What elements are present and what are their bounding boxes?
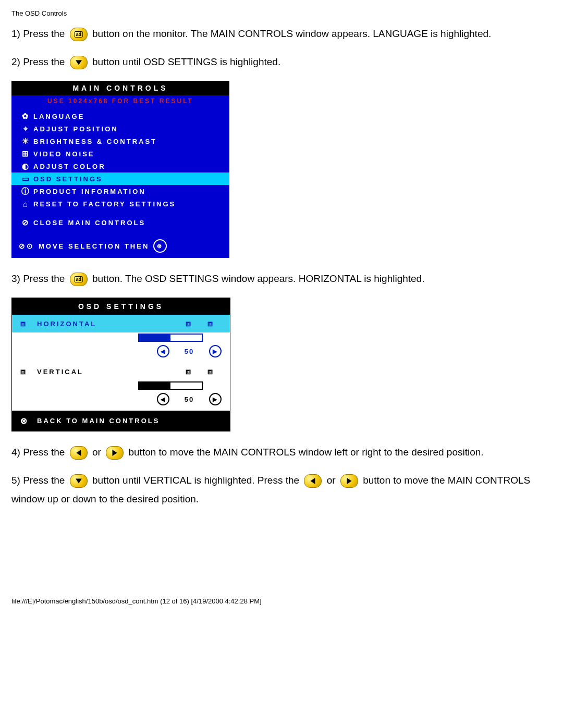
step-2-text-a: 2) Press the xyxy=(11,56,68,67)
horizontal-slider[interactable] xyxy=(138,334,203,342)
decrease-icon[interactable]: ◀ xyxy=(157,345,169,357)
step-5-text-a: 5) Press the xyxy=(11,475,68,486)
vertical-icon: ⧈ xyxy=(20,367,37,376)
horizontal-value: 50 xyxy=(177,348,202,355)
main-controls-title: MAIN CONTROLS xyxy=(11,81,229,95)
step-5-text-b: button until VERTICAL is highlighted. Pr… xyxy=(92,475,302,486)
menu-item-language[interactable]: ✿ LANGUAGE xyxy=(11,110,229,122)
main-controls-panel: MAIN CONTROLS USE 1024x768 FOR BEST RESU… xyxy=(11,81,229,258)
osd-settings-title: OSD SETTINGS xyxy=(12,298,230,315)
step-3: 3) Press the button. The OSD SETTINGS wi… xyxy=(11,269,552,288)
down-button-icon xyxy=(70,56,88,69)
step-1-text-b: button on the monitor. The MAIN CONTROLS… xyxy=(92,28,491,39)
hpos-left-icon: ⧈ xyxy=(178,319,200,328)
menu-item-adjust-position[interactable]: ⌖ ADJUST POSITION xyxy=(11,122,229,135)
osd-row-horizontal[interactable]: ⧈ HORIZONTAL ⧈ ⧈ xyxy=(12,315,230,332)
step-5-text-c: or xyxy=(327,475,338,486)
menu-item-osd-settings[interactable]: ▭ OSD SETTINGS xyxy=(11,172,229,185)
menu-item-label: OSD SETTINGS xyxy=(33,175,224,183)
left-button-icon xyxy=(70,446,88,460)
step-2: 2) Press the button until OSD SETTINGS i… xyxy=(11,53,552,71)
page-header: The OSD Controls xyxy=(11,9,552,17)
info-icon: ⓘ xyxy=(19,187,33,196)
step-4-text-a: 4) Press the xyxy=(11,447,68,458)
increase-icon[interactable]: ▶ xyxy=(209,393,222,405)
ok-button-icon xyxy=(70,273,88,286)
vertical-label: VERTICAL xyxy=(37,368,178,376)
position-icon: ⌖ xyxy=(19,124,33,133)
horizontal-label: HORIZONTAL xyxy=(37,320,178,328)
vertical-value: 50 xyxy=(177,396,202,403)
page-footer: file:///E|/Potomac/english/150b/osd/osd_… xyxy=(11,597,552,605)
color-icon: ◐ xyxy=(19,162,33,171)
right-button-icon xyxy=(106,446,124,460)
back-label: BACK TO MAIN CONTROLS xyxy=(37,417,160,425)
osd-settings-panel: OSD SETTINGS ⧈ HORIZONTAL ⧈ ⧈ ◀ 50 ▶ ⧈ V… xyxy=(11,298,230,431)
step-4-text-b: or xyxy=(92,447,104,458)
right-button-icon xyxy=(340,474,358,488)
reset-icon: ⌂ xyxy=(19,200,33,208)
decrease-icon[interactable]: ◀ xyxy=(157,393,169,405)
move-selection-bar: ⊘⊙ MOVE SELECTION THEN ⊛ xyxy=(11,235,229,258)
language-icon: ✿ xyxy=(19,112,33,121)
step-3-text-a: 3) Press the xyxy=(11,273,68,284)
menu-item-label: ADJUST COLOR xyxy=(33,163,224,170)
menu-item-label: BRIGHTNESS & CONTRAST xyxy=(33,138,224,145)
close-main-controls[interactable]: ⊘ CLOSE MAIN CONTROLS xyxy=(11,216,229,229)
move-label: MOVE SELECTION THEN xyxy=(39,242,149,250)
increase-icon[interactable]: ▶ xyxy=(209,345,222,357)
menu-item-video-noise[interactable]: ⊞ VIDEO NOISE xyxy=(11,147,229,160)
vertical-value-row: ◀ 50 ▶ xyxy=(12,391,230,411)
vpos-up-icon: ⧈ xyxy=(178,367,200,376)
hpos-right-icon: ⧈ xyxy=(200,319,222,328)
step-1: 1) Press the button on the monitor. The … xyxy=(11,24,552,43)
close-icon: ⊘ xyxy=(19,218,33,227)
down-button-icon xyxy=(70,474,88,488)
step-4-text-c: button to move the MAIN CONTROLS window … xyxy=(128,447,483,458)
vpos-down-icon: ⧈ xyxy=(200,367,222,376)
step-2-text-b: button until OSD SETTINGS is highlighted… xyxy=(92,56,280,67)
step-1-text-a: 1) Press the xyxy=(11,28,68,39)
back-to-main-controls[interactable]: ⊗ BACK TO MAIN CONTROLS xyxy=(12,411,230,431)
confirm-icon: ⊛ xyxy=(153,239,167,253)
menu-item-adjust-color[interactable]: ◐ ADJUST COLOR xyxy=(11,160,229,172)
horizontal-bar-row xyxy=(12,332,230,343)
menu-item-label: RESET TO FACTORY SETTINGS xyxy=(33,200,224,208)
step-3-text-b: button. The OSD SETTINGS window appears.… xyxy=(92,273,424,284)
menu-item-reset-factory[interactable]: ⌂ RESET TO FACTORY SETTINGS xyxy=(11,198,229,210)
vertical-slider[interactable] xyxy=(138,381,203,390)
nav-arrows-icon: ⊘⊙ xyxy=(19,242,39,250)
horizontal-value-row: ◀ 50 ▶ xyxy=(12,343,230,363)
osd-row-vertical[interactable]: ⧈ VERTICAL ⧈ ⧈ xyxy=(12,363,230,380)
ok-button-icon xyxy=(70,28,88,41)
left-button-icon xyxy=(304,474,322,488)
noise-icon: ⊞ xyxy=(19,149,33,158)
menu-item-label: PRODUCT INFORMATION xyxy=(33,188,224,195)
menu-item-brightness-contrast[interactable]: ☀ BRIGHTNESS & CONTRAST xyxy=(11,135,229,147)
menu-item-label: ADJUST POSITION xyxy=(33,125,224,133)
osd-icon: ▭ xyxy=(19,174,33,183)
menu-item-label: VIDEO NOISE xyxy=(33,150,224,158)
brightness-icon: ☀ xyxy=(19,137,33,146)
resolution-hint: USE 1024x768 FOR BEST RESULT xyxy=(11,95,229,110)
step-4: 4) Press the or button to move the MAIN … xyxy=(11,443,552,462)
step-5: 5) Press the button until VERTICAL is hi… xyxy=(11,471,552,509)
menu-item-label: LANGUAGE xyxy=(33,113,224,120)
close-label: CLOSE MAIN CONTROLS xyxy=(33,219,224,227)
menu-item-product-information[interactable]: ⓘ PRODUCT INFORMATION xyxy=(11,185,229,198)
horizontal-icon: ⧈ xyxy=(20,319,37,328)
vertical-bar-row xyxy=(12,380,230,391)
back-icon: ⊗ xyxy=(20,416,37,426)
